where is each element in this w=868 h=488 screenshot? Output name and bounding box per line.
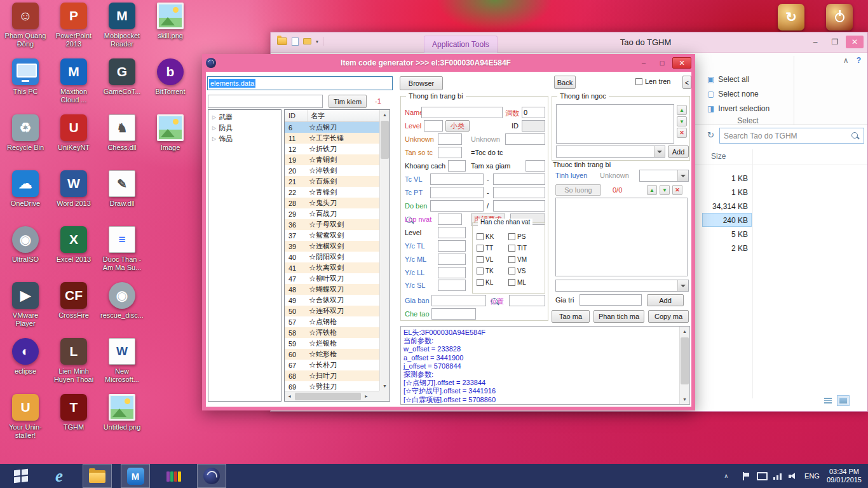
- ribbon-collapse-icon[interactable]: ∧: [843, 56, 849, 65]
- table-row[interactable]: 41☆坎离双剑: [285, 262, 379, 273]
- app-titlebar[interactable]: Item code generator >>> el:3F000030A94E5…: [202, 54, 695, 72]
- details-view-icon[interactable]: [822, 395, 834, 406]
- scroll-up-icon[interactable]: ▲: [680, 327, 689, 336]
- taskbar-clock[interactable]: 03:34 PM 09/01/2015: [827, 468, 862, 484]
- taskbar-button-winrar[interactable]: [159, 464, 188, 488]
- tc-vl-min-input[interactable]: [430, 173, 484, 185]
- desktop-icon-duoc-than-am-ma-su[interactable]: ≡Duoc Than - Am Ma Su...: [99, 226, 145, 277]
- desktop-icon-your-uninstaller[interactable]: UYour Unin-staller!: [3, 394, 48, 445]
- file-row[interactable]: 1 KB: [702, 185, 752, 199]
- table-row[interactable]: 39☆连横双剑: [285, 241, 379, 252]
- desktop-icon-rescue-disc[interactable]: ◉rescue_disc...: [99, 282, 145, 333]
- app-minimize-button[interactable]: –: [635, 57, 652, 69]
- hole-count-input[interactable]: [522, 107, 545, 118]
- table-row[interactable]: 20☆淬铁剑: [285, 165, 379, 176]
- scrollbar-thumb[interactable]: [381, 121, 389, 159]
- unknown2-input[interactable]: [505, 133, 545, 145]
- restrict-tt-checkbox[interactable]: TT: [477, 245, 508, 252]
- taskbar-button-start[interactable]: [6, 464, 36, 488]
- desktop-icon-excel-2013[interactable]: XExcel 2013: [51, 226, 97, 277]
- column-header-name[interactable]: 名字: [308, 111, 379, 121]
- gem-delete-button[interactable]: ✕: [677, 128, 687, 138]
- attr-add-button[interactable]: Add: [647, 294, 684, 306]
- gia-tri-input[interactable]: [580, 294, 642, 306]
- explorer-minimize-button[interactable]: –: [806, 36, 824, 48]
- explorer-close-button[interactable]: ✕: [846, 36, 864, 48]
- tc-pt-min-input[interactable]: [430, 187, 484, 198]
- gem-info-textarea[interactable]: [556, 104, 674, 144]
- name-input[interactable]: [421, 107, 503, 118]
- attr-delete-button[interactable]: ✕: [672, 185, 682, 195]
- gem-select-dropdown[interactable]: [556, 146, 665, 158]
- help-icon[interactable]: ?: [857, 56, 861, 65]
- ribbon-tab-application-tools[interactable]: Application Tools: [424, 36, 498, 53]
- file-row[interactable]: 34,314 KB: [702, 199, 752, 213]
- tinh-luyen-label[interactable]: Tinh luyen: [555, 172, 587, 179]
- tree-expand-icon[interactable]: ▷: [212, 114, 216, 120]
- desktop-icon-crossfire[interactable]: CFCrossFire: [51, 282, 97, 333]
- table-row[interactable]: 68☆扫叶刀: [285, 370, 379, 381]
- desktop-icon-ultraiso[interactable]: ◉UltraISO: [3, 226, 48, 277]
- attribute-list[interactable]: [555, 198, 688, 276]
- yc-input[interactable]: [438, 280, 466, 291]
- volume-icon[interactable]: [789, 472, 797, 480]
- table-row[interactable]: 58☆浑铁枪: [285, 327, 379, 338]
- desktop-icon-maxthon-cloud[interactable]: MMaxthon Cloud ...: [51, 58, 97, 109]
- desktop-icon-skill-png[interactable]: skill.png: [147, 3, 193, 53]
- attribute-add-dropdown[interactable]: [555, 280, 689, 292]
- restrict-kk-checkbox[interactable]: KK: [477, 233, 508, 240]
- taskbar-button-internet-explorer[interactable]: e: [44, 464, 74, 488]
- tim-kiem-button[interactable]: Tim kiem: [329, 95, 367, 108]
- table-row[interactable]: 12☆折铁刀: [285, 144, 379, 154]
- table-row[interactable]: 69☆劈挂刀: [285, 381, 379, 391]
- explorer-restore-button[interactable]: ❐: [826, 36, 844, 48]
- output-vertical-scrollbar[interactable]: ▲ ▼: [679, 327, 689, 404]
- lop-nvat-input[interactable]: [438, 214, 462, 225]
- scrollbar-thumb[interactable]: [295, 393, 361, 400]
- desktop-icon-powerpoint-2013[interactable]: PPowerPoint 2013: [51, 3, 97, 53]
- tree-node[interactable]: ▷饰品: [208, 133, 281, 144]
- desktop-icon-pham-quang-dong[interactable]: ☺Pham Quang Đông: [3, 3, 48, 53]
- gem-move-down-button[interactable]: ▼: [677, 116, 687, 126]
- invert-selection-button[interactable]: ◨ Invert selection: [703, 101, 773, 116]
- tree-node[interactable]: ▷武器: [208, 112, 281, 123]
- desktop-icon-vmware-player[interactable]: ▶VMware Player: [3, 282, 48, 333]
- output-box[interactable]: EL头:3F000030A94E584F 当前参数: w_offset = 23…: [400, 326, 690, 405]
- restrict-tit-checkbox[interactable]: TIT: [508, 245, 540, 252]
- monitor-icon[interactable]: [756, 472, 766, 480]
- size-column-header[interactable]: Size: [711, 152, 726, 161]
- taskbar-button-maxthon[interactable]: M: [121, 464, 150, 488]
- table-row[interactable]: 21☆百炼剑: [285, 176, 379, 187]
- attr-move-up-button[interactable]: ▲: [647, 185, 657, 195]
- tree-expand-icon[interactable]: ▷: [212, 125, 216, 131]
- app-maximize-button[interactable]: □: [654, 57, 670, 69]
- vi-tri-input[interactable]: [509, 295, 545, 306]
- explorer-titlebar[interactable]: ▾ Application Tools Tao do TGHM – ❐ ✕: [271, 32, 867, 53]
- table-row[interactable]: 11☆工字长锤: [285, 133, 379, 144]
- file-row[interactable]: 2 KB: [702, 241, 752, 255]
- network-icon[interactable]: [773, 473, 782, 480]
- phan-tich-ma-button[interactable]: Phan tich ma: [593, 310, 644, 323]
- taskbar-button-item-generator[interactable]: [197, 464, 226, 488]
- desktop-icon-tghm[interactable]: TTGHM: [51, 394, 97, 445]
- table-row[interactable]: 6☆点钢刀: [285, 122, 379, 133]
- back-button[interactable]: Back: [554, 76, 576, 89]
- flag-icon[interactable]: [742, 472, 749, 480]
- desktop-icon-gamecot[interactable]: GGameCoT...: [99, 58, 145, 109]
- khoang-cach-input[interactable]: [448, 160, 466, 172]
- file-row[interactable]: 240 KB: [702, 213, 752, 227]
- column-header-id[interactable]: ID: [285, 110, 308, 121]
- file-row[interactable]: 5 KB: [702, 227, 752, 241]
- desktop-icon-image-folder[interactable]: Image: [147, 114, 193, 165]
- table-row[interactable]: 28☆鬼头刀: [285, 198, 379, 208]
- do-ben-current-input[interactable]: [430, 200, 484, 212]
- table-row[interactable]: 48☆蝴蝶双刀: [285, 284, 379, 295]
- yc-input[interactable]: [438, 254, 466, 265]
- restrict-vs-checkbox[interactable]: VS: [508, 268, 540, 274]
- desktop-icon-lien-minh-huyen-thoai[interactable]: LLien Minh Huyen Thoai: [51, 338, 97, 389]
- restrict-vm-checkbox[interactable]: VM: [508, 256, 540, 263]
- level-input[interactable]: [424, 120, 443, 132]
- browser-button[interactable]: Browser: [400, 76, 443, 90]
- gem-add-button[interactable]: Add: [668, 146, 689, 158]
- yc-input[interactable]: [438, 267, 466, 278]
